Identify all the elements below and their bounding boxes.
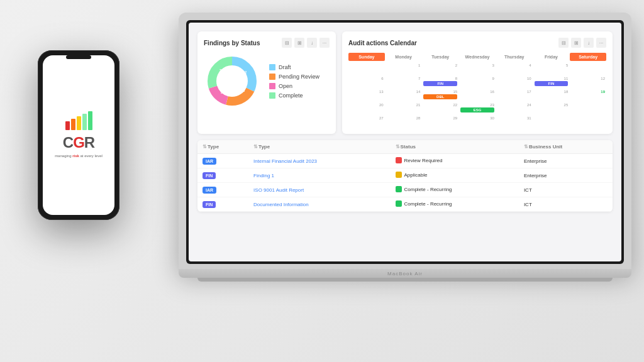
cal-cell: 6 [348, 75, 385, 88]
legend-dot-open [269, 83, 275, 89]
legend-open: Open [269, 83, 319, 89]
cal-cell: 10 [496, 75, 533, 88]
cgr-bars-icon [65, 111, 92, 130]
table-body: IAR Internal Financial Audit 2023 Review… [197, 154, 613, 212]
cal-cell [570, 102, 606, 114]
phone-body: CGR managing risk at every level [38, 50, 119, 220]
col-status: ⇅Status [391, 140, 519, 154]
calendar-panel-icons: ⊟ ⊞ ↓ ··· [558, 38, 606, 48]
laptop-screen-outer: Findings by Status ⊟ ⊞ ↓ ··· [186, 20, 624, 264]
cell-status-3: Complete - Recurring [391, 197, 519, 212]
status-circle-2 [396, 186, 402, 192]
cell-link-3: Documented Information [248, 197, 390, 212]
svg-text:16: 16 [241, 89, 245, 92]
cal-cell: 30 [459, 115, 496, 128]
cell-bu-0: Enterprise [519, 154, 613, 168]
table-row: IAR Internal Financial Audit 2023 Review… [197, 154, 613, 168]
col-type-icon: ⇅Type [197, 140, 248, 154]
cal-cell: 16 [459, 89, 496, 101]
cal-week-1: 1 2 3 4 5 [348, 62, 606, 75]
cal-tuesday: Tuesday [422, 53, 458, 61]
findings-panel-icons: ⊟ ⊞ ↓ ··· [282, 38, 330, 48]
status-label-0: Review Required [404, 158, 443, 163]
cal-week-5: 27 28 29 30 31 [348, 115, 606, 128]
calendar-panel-header: Audit actions Calendar ⊟ ⊞ ↓ ··· [348, 38, 606, 48]
cell-badge-0: IAR [197, 154, 248, 168]
cal-cell: 14 [386, 89, 422, 101]
legend-dot-draft [269, 64, 275, 70]
cell-link-0: Internal Financial Audit 2023 [248, 154, 390, 168]
col-business-unit: ⇅Business Unit [519, 140, 613, 154]
cal-cell: 18 [533, 89, 570, 101]
cal-event-fin[interactable]: FIN [423, 81, 457, 86]
cal-cell: 11 FIN [533, 75, 570, 88]
donut-chart: 32 22 16 30 [204, 53, 260, 109]
donut-svg: 32 22 16 30 [204, 53, 260, 109]
cal-cell: 28 [386, 115, 422, 128]
cal-download-icon[interactable]: ↓ [584, 38, 594, 48]
cell-badge-1: FIN [197, 168, 248, 183]
chart-legend: Draft Pending Review Open [269, 64, 319, 99]
findings-panel-title: Findings by Status [204, 40, 260, 47]
row-link-2[interactable]: ISO 9001 Audit Report [253, 187, 304, 193]
cal-more-icon[interactable]: ··· [596, 38, 606, 48]
cell-bu-2: ICT [519, 183, 613, 197]
download-icon[interactable]: ↓ [307, 38, 317, 48]
cal-cell: 23 ESG [459, 102, 496, 114]
legend-draft: Draft [269, 64, 319, 70]
row-link-0[interactable]: Internal Financial Audit 2023 [253, 158, 317, 164]
cal-cell: 13 [348, 89, 385, 101]
status-circle-0 [396, 157, 402, 163]
laptop-screen: Findings by Status ⊟ ⊞ ↓ ··· [189, 23, 621, 261]
bar1 [65, 121, 70, 130]
cal-event-dbl[interactable]: DBL [423, 94, 457, 99]
cal-cell: 20 [348, 102, 385, 114]
cal-cell: 25 [533, 102, 570, 114]
legend-dot-complete [269, 92, 275, 99]
cal-cell: 2 [422, 62, 458, 75]
laptop-body: Findings by Status ⊟ ⊞ ↓ ··· [179, 13, 631, 269]
calendar-grid: Sunday Monday Tuesday Wednesday Thursday… [348, 53, 606, 128]
audit-table: ⇅Type ⇅Type ⇅Status ⇅Business Unit IAR I… [197, 140, 613, 212]
cal-cell: 8 FIN [422, 75, 458, 88]
cal-cell: 4 [496, 62, 533, 75]
cal-cell: 24 [496, 102, 533, 114]
cal-cell: 1 [386, 62, 422, 75]
cal-cell: 22 [422, 102, 458, 114]
cal-event-fin2[interactable]: FIN [535, 81, 569, 86]
svg-text:30: 30 [221, 90, 225, 94]
cal-cell: 31 [496, 115, 533, 128]
cal-cell [533, 115, 570, 128]
table-row: IAR ISO 9001 Audit Report Complete - Rec… [197, 183, 613, 197]
status-label-2: Complete - Recurring [404, 187, 452, 192]
legend-pending-review: Pending Review [269, 74, 319, 80]
cal-cell: 9 [459, 75, 496, 88]
cal-cell: 27 [348, 115, 385, 128]
col-type: ⇅Type [248, 140, 390, 154]
row-link-3[interactable]: Documented Information [253, 202, 309, 207]
status-dot-2: Complete - Recurring [396, 186, 452, 192]
cal-table-icon[interactable]: ⊞ [571, 38, 581, 48]
cal-cell: 19 [570, 89, 606, 101]
audit-table-inner: ⇅Type ⇅Type ⇅Status ⇅Business Unit IAR I… [197, 140, 613, 212]
cal-cell: 5 [533, 62, 570, 75]
cal-cell: 17 [496, 89, 533, 101]
status-circle-3 [396, 200, 402, 207]
type-badge-1: FIN [203, 172, 216, 179]
filter-icon[interactable]: ⊟ [282, 38, 292, 48]
table-row: FIN Finding 1 Applicable Enterprise [197, 168, 613, 183]
row-link-1[interactable]: Finding 1 [253, 173, 274, 178]
cal-cell [348, 62, 385, 75]
laptop-foot [197, 278, 613, 282]
svg-text:22: 22 [243, 70, 247, 74]
cal-event-esg[interactable]: ESG [460, 107, 494, 112]
type-badge-2: IAR [203, 187, 216, 194]
more-icon[interactable]: ··· [319, 38, 330, 48]
cgr-logo: CGR managing risk at every level [55, 111, 103, 159]
cal-cell: 21 [386, 102, 422, 114]
legend-dot-pending [269, 74, 275, 80]
cell-status-1: Applicable [391, 168, 519, 183]
findings-panel-header: Findings by Status ⊟ ⊞ ↓ ··· [204, 38, 330, 48]
cal-filter-icon[interactable]: ⊟ [558, 38, 569, 48]
table-icon[interactable]: ⊞ [294, 38, 304, 48]
